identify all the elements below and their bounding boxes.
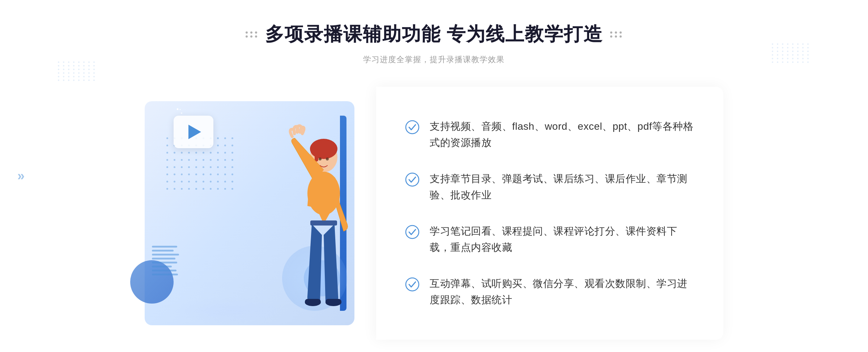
svg-point-17 (406, 226, 419, 239)
check-icon-4 (405, 277, 420, 292)
features-area: 支持视频、音频、flash、word、excel、ppt、pdf等各种格式的资源… (376, 87, 723, 340)
svg-point-4 (310, 139, 337, 159)
feature-text-1: 支持视频、音频、flash、word、excel、ppt、pdf等各种格式的资源… (430, 119, 694, 151)
page-container: » 多项录播课辅助功能 专为线上教学打造 学习进度全掌握，提升录播课教学效果 (0, 0, 868, 352)
svg-point-14 (326, 158, 329, 160)
svg-rect-10 (305, 299, 321, 305)
svg-point-7 (307, 172, 340, 215)
chevron-left-deco: » (17, 168, 25, 184)
feature-item-2: 支持章节目录、弹题考试、课后练习、课后作业、章节测验、批改作业 (405, 167, 694, 207)
svg-point-16 (406, 173, 419, 186)
svg-point-1 (181, 112, 182, 114)
svg-point-2 (180, 109, 181, 110)
dot-grid-left (58, 61, 96, 81)
svg-rect-8 (310, 220, 337, 226)
stripe-deco (152, 246, 181, 289)
svg-point-15 (406, 121, 419, 134)
feature-text-3: 学习笔记回看、课程提问、课程评论打分、课件资料下载，重点内容收藏 (430, 223, 694, 256)
illustration-area (145, 87, 376, 332)
svg-rect-12 (326, 299, 341, 305)
check-icon-3 (405, 225, 420, 239)
burst-deco (172, 108, 183, 120)
feature-item-3: 学习笔记回看、课程提问、课程评论打分、课件资料下载，重点内容收藏 (405, 220, 694, 259)
svg-point-18 (406, 278, 419, 291)
page-subtitle: 学习进度全掌握，提升录播课教学效果 (246, 54, 622, 65)
dot-grid-right (772, 43, 810, 63)
check-icon-2 (405, 172, 420, 187)
header-section: 多项录播课辅助功能 专为线上教学打造 学习进度全掌握，提升录播课教学效果 (246, 22, 622, 65)
feature-item-1: 支持视频、音频、flash、word、excel、ppt、pdf等各种格式的资源… (405, 115, 694, 155)
person-illustration (257, 123, 365, 332)
title-deco-left (246, 31, 258, 38)
content-area: 支持视频、音频、flash、word、excel、ppt、pdf等各种格式的资源… (145, 87, 723, 340)
play-icon (188, 125, 201, 139)
svg-rect-5 (315, 149, 318, 162)
svg-point-13 (319, 158, 322, 160)
check-icon-1 (405, 120, 420, 134)
feature-item-4: 互动弹幕、试听购买、微信分享、观看次数限制、学习进度跟踪、数据统计 (405, 272, 694, 312)
page-title: 多项录播课辅助功能 专为线上教学打造 (265, 22, 603, 47)
feature-text-4: 互动弹幕、试听购买、微信分享、观看次数限制、学习进度跟踪、数据统计 (430, 276, 694, 308)
title-row: 多项录播课辅助功能 专为线上教学打造 (246, 22, 622, 47)
title-deco-right (610, 31, 622, 38)
svg-point-0 (177, 108, 179, 110)
feature-text-2: 支持章节目录、弹题考试、课后练习、课后作业、章节测验、批改作业 (430, 171, 694, 203)
play-bubble (174, 116, 213, 148)
